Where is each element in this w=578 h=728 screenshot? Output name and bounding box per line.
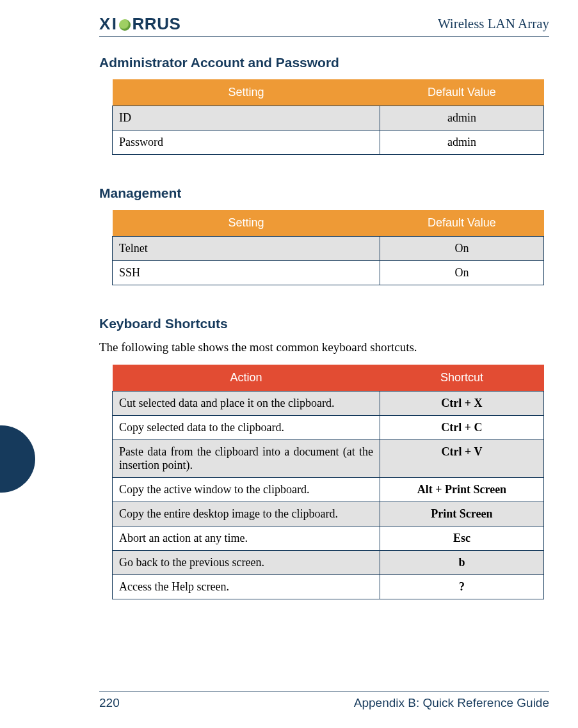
management-table: Setting Default Value Telnet On SSH On bbox=[112, 210, 544, 285]
page-header: X I RRUS Wireless LAN Array bbox=[29, 14, 549, 36]
cell-action: Go back to the previous screen. bbox=[113, 551, 380, 575]
table-row: ID admin bbox=[113, 106, 544, 131]
shortcuts-table: Action Shortcut Cut selected data and pl… bbox=[112, 365, 544, 599]
cell-shortcut: Ctrl + X bbox=[380, 392, 543, 416]
cell-action: Abort an action at any time. bbox=[113, 526, 380, 551]
section-heading-management: Management bbox=[99, 186, 543, 201]
page-footer: 220 Appendix B: Quick Reference Guide bbox=[29, 692, 549, 710]
logo-globe-icon bbox=[119, 19, 131, 31]
shortcuts-intro: The following table shows the most commo… bbox=[99, 340, 543, 354]
table-header-row: Setting Default Value bbox=[113, 79, 544, 106]
cell-action: Paste data from the clipboard into a doc… bbox=[113, 440, 380, 478]
cell-value: admin bbox=[380, 131, 543, 155]
cell-action: Copy the active window to the clipboard. bbox=[113, 478, 380, 502]
cell-shortcut: ? bbox=[380, 575, 543, 599]
cell-action: Cut selected data and place it on the cl… bbox=[113, 392, 380, 416]
section-heading-shortcuts: Keyboard Shortcuts bbox=[99, 316, 543, 331]
column-header-setting: Setting bbox=[113, 210, 380, 237]
table-row: Copy selected data to the clipboard. Ctr… bbox=[113, 416, 544, 440]
cell-shortcut: b bbox=[380, 551, 543, 575]
logo-letters-rrus: RRUS bbox=[132, 14, 181, 34]
page-number: 220 bbox=[99, 696, 120, 710]
table-header-row: Setting Default Value bbox=[113, 210, 544, 237]
table-row: Go back to the previous screen. b bbox=[113, 551, 544, 575]
table-row: Password admin bbox=[113, 131, 544, 155]
cell-value: On bbox=[380, 261, 543, 285]
cell-shortcut: Ctrl + C bbox=[380, 416, 543, 440]
cell-setting: Telnet bbox=[113, 237, 380, 261]
admin-table: Setting Default Value ID admin Password … bbox=[112, 79, 544, 155]
cell-shortcut: Ctrl + V bbox=[380, 440, 543, 478]
logo-letter-x: X bbox=[99, 14, 111, 34]
product-name: Wireless LAN Array bbox=[438, 16, 549, 32]
cell-setting: Password bbox=[113, 131, 380, 155]
cell-action: Access the Help screen. bbox=[113, 575, 380, 599]
cell-action: Copy the entire desktop image to the cli… bbox=[113, 502, 380, 526]
column-header-action: Action bbox=[113, 365, 380, 392]
table-row: Telnet On bbox=[113, 237, 544, 261]
table-row: Paste data from the clipboard into a doc… bbox=[113, 440, 544, 478]
table-row: Access the Help screen. ? bbox=[113, 575, 544, 599]
section-heading-admin: Administrator Account and Password bbox=[99, 55, 543, 70]
column-header-setting: Setting bbox=[113, 79, 380, 106]
cell-shortcut: Esc bbox=[380, 526, 543, 551]
table-header-row: Action Shortcut bbox=[113, 365, 544, 392]
column-header-default-value: Default Value bbox=[380, 210, 543, 237]
appendix-title: Appendix B: Quick Reference Guide bbox=[354, 696, 549, 710]
column-header-shortcut: Shortcut bbox=[380, 365, 543, 392]
cell-shortcut: Alt + Print Screen bbox=[380, 478, 543, 502]
cell-setting: ID bbox=[113, 106, 380, 131]
table-row: Copy the active window to the clipboard.… bbox=[113, 478, 544, 502]
footer-rule bbox=[99, 692, 549, 692]
cell-value: On bbox=[380, 237, 543, 261]
logo-letter-i: I bbox=[112, 14, 117, 34]
table-row: Copy the entire desktop image to the cli… bbox=[113, 502, 544, 526]
table-row: Abort an action at any time. Esc bbox=[113, 526, 544, 551]
header-rule bbox=[99, 36, 549, 37]
table-row: SSH On bbox=[113, 261, 544, 285]
table-row: Cut selected data and place it on the cl… bbox=[113, 392, 544, 416]
column-header-default-value: Default Value bbox=[380, 79, 543, 106]
cell-setting: SSH bbox=[113, 261, 380, 285]
cell-shortcut: Print Screen bbox=[380, 502, 543, 526]
cell-value: admin bbox=[380, 106, 543, 131]
brand-logo: X I RRUS bbox=[99, 14, 181, 34]
cell-action: Copy selected data to the clipboard. bbox=[113, 416, 380, 440]
